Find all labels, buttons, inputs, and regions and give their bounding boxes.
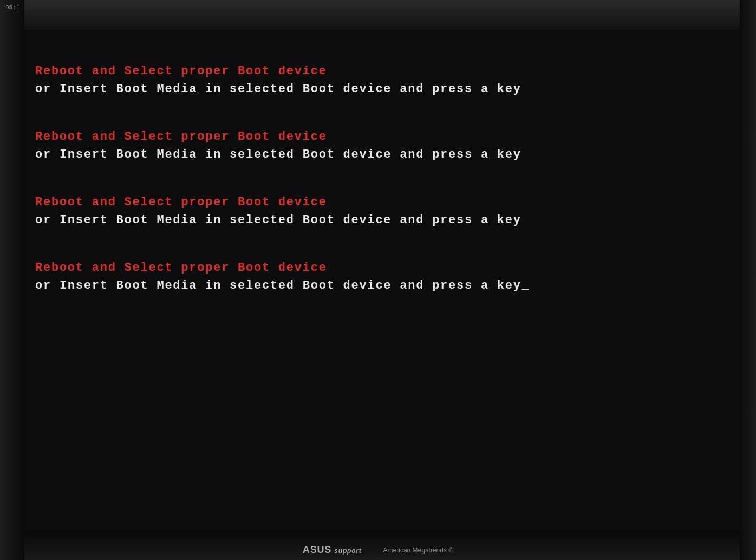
message-block-1: Reboot and Select proper Boot device or … [35,62,729,98]
message-block-4: Reboot and Select proper Boot device or … [35,259,729,295]
bottom-bar: ASUS support American Megatrends © [0,544,756,556]
message-block-2: Reboot and Select proper Boot device or … [35,128,729,164]
error-line2-4: or Insert Boot Media in selected Boot de… [35,277,729,295]
error-line1-4: Reboot and Select proper Boot device [35,259,729,277]
error-line1-3: Reboot and Select proper Boot device [35,193,729,211]
main-content: Reboot and Select proper Boot device or … [24,30,740,530]
asus-logo: ASUS support [303,544,362,556]
error-line2-3: or Insert Boot Media in selected Boot de… [35,211,729,229]
screen-border-left [0,0,24,560]
screen-border-top [0,0,756,30]
screen-border-right [740,0,756,560]
message-block-3: Reboot and Select proper Boot device or … [35,193,729,229]
american-megatrends-label: American Megatrends © [383,546,454,554]
error-line1-2: Reboot and Select proper Boot device [35,128,729,146]
error-line2-2: or Insert Boot Media in selected Boot de… [35,146,729,164]
top-indicator: 95:1 [5,4,19,11]
error-line2-1: or Insert Boot Media in selected Boot de… [35,80,729,98]
error-line1-1: Reboot and Select proper Boot device [35,62,729,80]
